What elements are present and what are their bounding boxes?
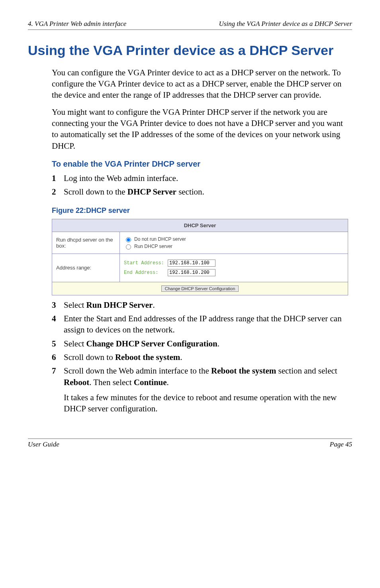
step-5: 5 Select Change DHCP Server Configuratio… [52, 338, 348, 349]
header-left: 4. VGA Printer Web admin interface [28, 20, 126, 28]
start-address-label: Start Address: [124, 260, 168, 266]
steps-list-a: 1 Log into the Web admin interface. 2 Sc… [52, 173, 348, 198]
step-number: 1 [52, 173, 64, 184]
dhcp-range-label: Address range: [52, 254, 120, 282]
text-part: . [180, 352, 182, 362]
bold-text: Continue [134, 378, 167, 387]
bold-text: Reboot the system [211, 366, 276, 376]
step-text: Scroll down to the DHCP Server section. [64, 186, 348, 197]
dhcp-run-label: Run dhcpd server on the box: [52, 232, 120, 254]
step-2: 2 Scroll down to the DHCP Server section… [52, 186, 348, 197]
page-footer: User Guide Page 45 [28, 439, 352, 448]
step-text: Scroll down to Reboot the system. [64, 352, 348, 363]
step-6: 6 Scroll down to Reboot the system. [52, 352, 348, 363]
step-1: 1 Log into the Web admin interface. [52, 173, 348, 184]
text-part: . Then select [89, 378, 134, 387]
start-address-input[interactable] [168, 260, 215, 267]
text-part: Select [64, 300, 86, 310]
step-4: 4 Enter the Start and End addresses of t… [52, 313, 348, 336]
text-part: . [153, 300, 155, 310]
step-number: 3 [52, 299, 64, 311]
dhcp-run-options: Do not run DHCP server Run DHCP server [120, 232, 348, 254]
change-dhcp-config-button[interactable]: Change DHCP Server Configuration [161, 285, 239, 292]
step-number: 5 [52, 338, 64, 349]
intro-para-1: You can configure the VGA Printer device… [52, 67, 348, 101]
text-part: Scroll down to the [64, 187, 127, 197]
radio-label: Run DHCP server [134, 244, 172, 249]
step-text: Log into the Web admin interface. [64, 173, 348, 184]
step-text: Enter the Start and End addresses of the… [64, 313, 348, 336]
text-part: section and select [276, 366, 337, 376]
step-text: Select Run DHCP Server. [64, 299, 348, 311]
dhcp-footer: Change DHCP Server Configuration [52, 282, 348, 295]
dhcp-server-table: DHCP Server Run dhcpd server on the box:… [52, 219, 348, 295]
steps-list-b: 3 Select Run DHCP Server. 4 Enter the St… [52, 299, 348, 388]
page-header: 4. VGA Printer Web admin interface Using… [28, 20, 352, 30]
text-part: . [167, 378, 169, 387]
step-number: 6 [52, 352, 64, 363]
step-number: 7 [52, 365, 64, 388]
step-7: 7 Scroll down the Web admin interface to… [52, 365, 348, 388]
bold-text: Change DHCP Server Configuration [86, 339, 217, 348]
dhcp-range-fields: Start Address: End Address: [120, 254, 348, 282]
radio-label: Do not run DHCP server [134, 236, 186, 242]
step-text: Scroll down the Web admin interface to t… [64, 365, 348, 388]
text-part: section. [176, 187, 204, 197]
text-part: . [217, 339, 219, 348]
radio-run[interactable] [126, 244, 131, 250]
text-part: Scroll down to [64, 352, 115, 362]
header-right: Using the VGA Printer device as a DHCP S… [219, 20, 352, 28]
intro-para-2: You might want to configure the VGA Prin… [52, 106, 348, 151]
bold-text: Run DHCP Server [86, 300, 153, 310]
bold-text: Reboot [64, 378, 89, 387]
tail-paragraph: It takes a few minutes for the device to… [64, 392, 348, 415]
end-address-input[interactable] [168, 269, 215, 276]
page-title: Using the VGA Printer device as a DHCP S… [28, 42, 352, 59]
step-text: Select Change DHCP Server Configuration. [64, 338, 348, 349]
step-number: 2 [52, 186, 64, 197]
step-number: 4 [52, 313, 64, 336]
dhcp-table-header: DHCP Server [52, 219, 348, 232]
bold-text: Reboot the system [115, 352, 180, 362]
footer-right: Page 45 [330, 441, 352, 448]
footer-left: User Guide [28, 441, 59, 448]
subhead-enable: To enable the VGA Printer DHCP server [52, 159, 348, 169]
text-part: Select [64, 339, 86, 348]
text-part: Scroll down the Web admin interface to t… [64, 366, 211, 376]
step-3: 3 Select Run DHCP Server. [52, 299, 348, 311]
end-address-label: End Address: [124, 270, 168, 275]
figure-caption: Figure 22:DHCP server [52, 206, 348, 215]
radio-do-not-run[interactable] [126, 237, 131, 242]
bold-text: DHCP Server [127, 187, 176, 197]
